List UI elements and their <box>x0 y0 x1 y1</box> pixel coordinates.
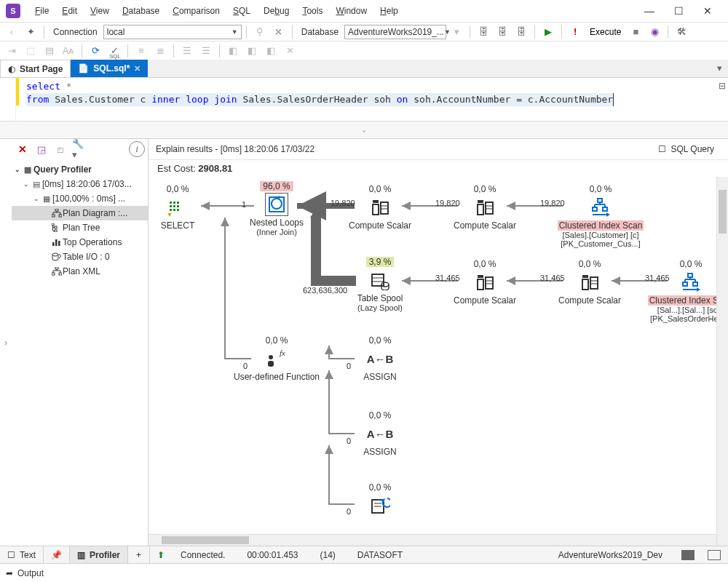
menu-debug[interactable]: Debug <box>258 3 295 19</box>
bottom-tab-pin[interactable]: 📌 <box>44 546 70 563</box>
node-nested-loops[interactable]: 96,0 % Nested Loops (Inner Join) <box>240 181 313 236</box>
menu-sql[interactable]: SQL <box>227 3 256 19</box>
compute-scalar-icon <box>473 196 496 219</box>
output-tab[interactable]: Output <box>17 568 44 578</box>
menu-comparison[interactable]: Comparison <box>167 3 226 19</box>
plan-tree-icon <box>51 223 63 232</box>
tb2-case-icon[interactable]: Aᴀ <box>60 43 77 59</box>
node-clustered-scan-1[interactable]: 0,0 % Clustered Index Scan [Sales].[Cust… <box>553 184 648 248</box>
bottom-tab-profiler[interactable]: ▥Profiler <box>70 546 128 563</box>
tree-top-ops[interactable]: Top Operations <box>63 237 122 247</box>
tb2-3-icon[interactable]: ▤ <box>41 43 58 59</box>
window-close-icon[interactable]: ✕ <box>693 1 722 21</box>
menu-tools[interactable]: Tools <box>296 3 328 19</box>
db-icon-2[interactable]: 🗄 <box>494 24 511 40</box>
tree-table-io[interactable]: Table I/O : 0 <box>63 252 110 262</box>
bookmark-icon[interactable]: ◧ <box>224 43 242 59</box>
node-assign-1[interactable]: 0,0 % A←B ASSIGN <box>344 335 416 382</box>
tb2-align-2-icon[interactable]: ≣ <box>151 43 169 59</box>
tree-settings-icon[interactable]: 🔧▾ <box>71 141 87 157</box>
execute-bang-icon[interactable]: ! <box>566 24 584 40</box>
node-compute-scalar-2[interactable]: 0,0 % Compute Scalar <box>448 184 521 231</box>
connection-combo[interactable]: local▼ <box>103 25 242 39</box>
tree-2-icon[interactable]: ⏍ <box>52 141 68 157</box>
menubar: File Edit View Database Comparison SQL D… <box>29 3 635 19</box>
sql-check-icon[interactable]: ✓SQL <box>106 43 123 59</box>
run-icon[interactable]: ▶ <box>539 24 557 40</box>
info-icon[interactable]: i <box>129 141 145 157</box>
menu-view[interactable]: View <box>84 3 115 19</box>
tb2-indent-icon[interactable]: ⇥ <box>3 43 20 59</box>
plan-diagram-canvas[interactable]: 0,0 % ! SELECT 1 96,0 % Neste <box>149 177 728 546</box>
bookmark-next-icon[interactable]: ◧ <box>262 43 280 59</box>
profiler-tree[interactable]: ⌄▦Query Profiler ⌄▤[0ms] 18:20:06 17/03.… <box>12 159 148 546</box>
connect-icon[interactable]: ⚲ <box>251 24 269 40</box>
layout-btn-1[interactable] <box>681 550 695 560</box>
node-assign-2[interactable]: 0,0 % A←B ASSIGN <box>344 410 416 457</box>
menu-file[interactable]: File <box>29 3 55 19</box>
bookmark-prev-icon[interactable]: ◧ <box>243 43 261 59</box>
nested-loops-icon <box>265 193 288 216</box>
window-minimize-icon[interactable]: — <box>635 1 664 21</box>
svg-point-67 <box>381 282 389 287</box>
db-icon-3[interactable]: 🗄 <box>513 24 530 40</box>
window-maximize-icon[interactable]: ☐ <box>664 1 693 21</box>
plan-hscrollbar[interactable] <box>149 534 716 546</box>
tree-plan-tree[interactable]: Plan Tree <box>63 223 100 233</box>
tb2-list-2-icon[interactable]: ☰ <box>197 43 215 59</box>
stop-icon[interactable]: ■ <box>627 24 644 40</box>
tab-sql[interactable]: 📄 SQL.sql* ✕ <box>71 60 148 77</box>
tb2-align-1-icon[interactable]: ≡ <box>132 43 150 59</box>
tab-menu-icon[interactable]: ▾ <box>711 60 728 76</box>
sql-query-button[interactable]: ☐SQL Query <box>652 142 721 156</box>
tree-plan-diagram[interactable]: Plan Diagram :... <box>63 208 127 218</box>
status-host: DATASOFT <box>352 550 408 560</box>
database-label: Database <box>297 27 343 37</box>
disconnect-icon[interactable]: ⤬ <box>270 24 288 40</box>
status-db: AdventureWorks2019_Dev <box>553 550 668 560</box>
new-query-icon[interactable]: ✦ <box>22 24 39 40</box>
tools-icon[interactable]: 🛠 <box>673 24 690 40</box>
tb2-outdent-icon[interactable]: ⬚ <box>22 43 39 59</box>
sql-editor[interactable]: select * from Sales.Customer c inner loo… <box>16 78 716 121</box>
layout-btn-2[interactable] <box>708 550 721 560</box>
menu-edit[interactable]: Edit <box>56 3 83 19</box>
plan-vscrollbar[interactable] <box>716 177 728 546</box>
refresh-icon[interactable]: ⟳ <box>87 43 104 59</box>
node-compute-scalar-1[interactable]: 0,0 % Compute Scalar <box>344 184 416 231</box>
tab-start-page[interactable]: ◐ Start Page <box>0 60 71 77</box>
db-dd-icon[interactable]: ▾ <box>448 24 465 40</box>
tree-root[interactable]: Query Profiler <box>33 164 92 175</box>
node-compute-scalar-4[interactable]: 0,0 % Compute Scalar <box>553 259 626 306</box>
menu-database[interactable]: Database <box>116 3 165 19</box>
tb2-list-1-icon[interactable]: ☰ <box>178 43 196 59</box>
tree-query[interactable]: [0ms] 18:20:06 17/03... <box>42 179 132 189</box>
menu-window[interactable]: Window <box>330 3 373 19</box>
menu-help[interactable]: Help <box>374 3 404 19</box>
tree-1-icon[interactable]: ◲ <box>33 141 50 157</box>
node-last[interactable]: 0,0 % <box>344 482 416 519</box>
top-ops-icon <box>51 238 63 247</box>
analyze-icon[interactable]: ◉ <box>646 24 663 40</box>
bottom-tab-add[interactable]: + <box>128 546 150 563</box>
bottom-tab-text[interactable]: ☐Text <box>0 546 44 563</box>
left-collapse-icon[interactable]: › <box>0 139 12 546</box>
back-icon[interactable]: ‹ <box>3 24 20 40</box>
node-compute-scalar-3[interactable]: 0,0 % Compute Scalar <box>448 259 521 306</box>
node-select[interactable]: 0,0 % ! SELECT <box>149 184 214 231</box>
editor-splitter[interactable]: ⌄ <box>0 121 728 138</box>
db-icon-1[interactable]: 🗄 <box>475 24 492 40</box>
tree-plan-xml[interactable]: Plan XML <box>63 266 100 276</box>
execute-button[interactable]: Execute <box>585 27 625 37</box>
tab-close-icon[interactable]: ✕ <box>134 64 141 73</box>
editor-split-icon[interactable]: ⊟ <box>716 78 728 121</box>
node-udf[interactable]: 0,0 % fx User-defined Function <box>233 335 320 382</box>
delete-icon[interactable]: ✕ <box>15 141 31 157</box>
select-icon: ! <box>166 196 189 219</box>
database-combo[interactable]: AdventureWorks2019_...▼ <box>344 25 446 39</box>
svg-rect-39 <box>173 209 175 211</box>
node-table-spool[interactable]: 3,9 % Table Spool (Lazy Spool) <box>344 257 416 312</box>
bookmark-clear-icon[interactable]: ✕ <box>281 43 298 59</box>
tree-result[interactable]: [100,00% : 0ms] ... <box>52 194 125 204</box>
node-clustered-scan-2[interactable]: 0,0 % Clustered Index Scan [Sal...].[Sal… <box>644 259 728 323</box>
